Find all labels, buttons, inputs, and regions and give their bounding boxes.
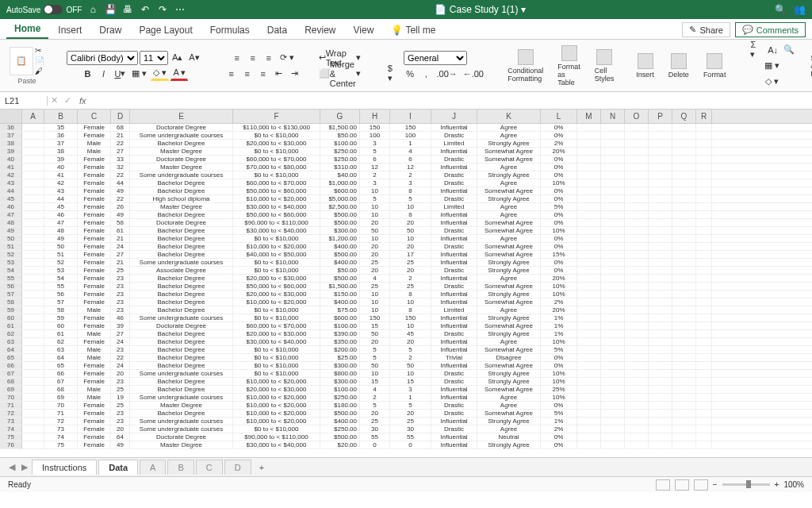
cell[interactable]	[672, 330, 696, 337]
cell[interactable]: Influential	[431, 219, 477, 226]
cell[interactable]	[625, 441, 649, 448]
col-header-K[interactable]: K	[477, 110, 541, 123]
cell[interactable]	[649, 195, 672, 202]
table-row[interactable]: 6564Male22Bachelor Degree$0 to < $10,000…	[0, 354, 812, 362]
cell[interactable]: $390.00	[320, 330, 360, 337]
fill-icon[interactable]: ▦ ▾	[762, 59, 782, 73]
cell[interactable]	[649, 306, 672, 314]
cell[interactable]: Influential	[431, 124, 477, 131]
row-header[interactable]: 73	[0, 418, 22, 425]
cell[interactable]: 23	[111, 378, 130, 385]
row-header[interactable]: 43	[0, 179, 22, 187]
cell[interactable]: 0%	[541, 219, 577, 226]
cell[interactable]: 22	[111, 354, 130, 361]
cell[interactable]: 100	[360, 132, 390, 139]
cell[interactable]	[22, 306, 44, 314]
cell[interactable]: Female	[78, 211, 111, 218]
col-header-A[interactable]: A	[22, 110, 44, 123]
cell[interactable]: $0 to < $10,000	[233, 267, 320, 274]
cell[interactable]: Strongly Agree	[477, 418, 541, 425]
cell[interactable]: Strongly Agree	[477, 195, 541, 202]
cell[interactable]: 5	[360, 148, 390, 155]
cell[interactable]	[22, 283, 44, 290]
cell[interactable]: 10	[360, 235, 390, 242]
cell[interactable]	[625, 362, 649, 369]
cell[interactable]: Strongly Agree	[477, 314, 541, 321]
cell[interactable]: Somewhat Agree	[477, 156, 541, 163]
cell[interactable]: 69	[44, 394, 78, 401]
cell[interactable]	[696, 441, 712, 448]
cell[interactable]: 55	[360, 433, 390, 441]
autosave-toggle[interactable]: AutoSave OFF	[6, 5, 82, 14]
cell[interactable]: $30,000 to < $40,000	[233, 203, 320, 210]
cell[interactable]	[22, 148, 44, 155]
row-header[interactable]: 70	[0, 394, 22, 401]
table-row[interactable]: 3635Female68Doctorate Degree$110,000 to …	[0, 124, 812, 132]
cell[interactable]: 22	[111, 140, 130, 147]
row-header[interactable]: 48	[0, 219, 22, 226]
cell[interactable]	[649, 410, 672, 417]
cell[interactable]: $500.00	[320, 410, 360, 417]
cell[interactable]: 25	[390, 418, 431, 425]
cell[interactable]: Female	[78, 156, 111, 163]
cell[interactable]: $300.00	[320, 227, 360, 234]
cell[interactable]: Agree	[477, 306, 541, 314]
cell[interactable]: Female	[78, 132, 111, 139]
cell[interactable]: Bachelor Degree	[130, 330, 233, 337]
cell[interactable]: $10,000 to < $20,000	[233, 402, 320, 409]
cell[interactable]	[696, 148, 712, 155]
cell[interactable]: Drastic	[431, 370, 477, 377]
cell[interactable]: $10,000 to < $20,000	[233, 410, 320, 417]
cell[interactable]: 10	[390, 322, 431, 329]
cell[interactable]: Drastic	[431, 179, 477, 187]
cell[interactable]	[696, 346, 712, 353]
cell[interactable]	[649, 267, 672, 274]
cell[interactable]	[22, 267, 44, 274]
underline-button[interactable]: U ▾	[112, 67, 128, 81]
row-header[interactable]: 47	[0, 211, 22, 218]
cell[interactable]: 10	[390, 370, 431, 377]
col-header-C[interactable]: C	[78, 110, 111, 123]
cell[interactable]: 2%	[541, 298, 577, 306]
cell[interactable]: 30	[390, 425, 431, 433]
cell[interactable]: Influential	[431, 259, 477, 266]
cell[interactable]	[649, 291, 672, 298]
cell[interactable]: Bachelor Degree	[130, 187, 233, 194]
cell[interactable]	[672, 171, 696, 179]
cell[interactable]	[577, 386, 601, 393]
cell[interactable]: 19	[111, 394, 130, 401]
cell[interactable]: 60	[44, 322, 78, 329]
cell[interactable]	[672, 378, 696, 385]
cell[interactable]: 20	[360, 267, 390, 274]
cell[interactable]: $500.00	[320, 211, 360, 218]
cell[interactable]	[649, 370, 672, 377]
cell[interactable]: Bachelor Degree	[130, 235, 233, 242]
cell[interactable]	[672, 386, 696, 393]
table-row[interactable]: 6665Female24Bachelor Degree$0 to < $10,0…	[0, 362, 812, 370]
row-header[interactable]: 56	[0, 283, 22, 290]
col-header-B[interactable]: B	[44, 110, 78, 123]
row-header[interactable]: 52	[0, 251, 22, 258]
cell[interactable]: $10,000 to < $20,000	[233, 418, 320, 425]
table-row[interactable]: 6968Male25Bachelor Degree$20,000 to < $3…	[0, 386, 812, 394]
cell[interactable]: Drastic	[431, 227, 477, 234]
cell[interactable]: Somewhat Agree	[477, 322, 541, 329]
cell[interactable]: Female	[78, 267, 111, 274]
cell[interactable]: 8	[390, 291, 431, 298]
cell[interactable]: 2	[360, 171, 390, 179]
cell[interactable]: 33	[111, 156, 130, 163]
cell[interactable]: $500.00	[320, 219, 360, 226]
cell[interactable]	[22, 298, 44, 306]
cell[interactable]	[601, 425, 625, 433]
fill-color-button[interactable]: ◇ ▾	[151, 67, 169, 81]
table-row[interactable]: 6463Male23Bachelor Degree$0 to < $10,000…	[0, 346, 812, 354]
cell[interactable]: 58	[111, 219, 130, 226]
cell[interactable]	[577, 171, 601, 179]
cell[interactable]	[696, 179, 712, 187]
row-header[interactable]: 41	[0, 164, 22, 171]
cell[interactable]: 0%	[541, 243, 577, 250]
cell[interactable]: $60,000 to < $70,000	[233, 179, 320, 187]
cell[interactable]	[601, 370, 625, 377]
cell[interactable]	[625, 211, 649, 218]
cell[interactable]: 10%	[541, 283, 577, 290]
